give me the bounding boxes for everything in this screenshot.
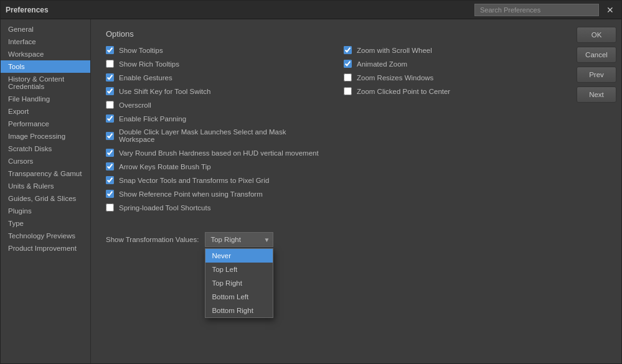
sidebar-item-workspace[interactable]: Workspace [1, 48, 90, 60]
left-checkbox-label-5[interactable]: Enable Flick Panning [119, 115, 186, 123]
right-checkbox-label-3[interactable]: Zoom Clicked Point to Center [357, 88, 450, 95]
left-checkbox-row-11: Spring-loaded Tool Shortcuts [106, 203, 319, 212]
dropdown-item-4[interactable]: Bottom Right [205, 304, 273, 317]
left-checkbox-3[interactable] [106, 87, 114, 95]
sidebar-item-interface[interactable]: Interface [1, 35, 90, 48]
transform-dropdown-popup: NeverTop LeftTop RightBottom LeftBottom … [205, 248, 273, 318]
sidebar-item-tools[interactable]: Tools [1, 60, 90, 73]
sidebar-item-units---rulers[interactable]: Units & Rulers [1, 180, 90, 192]
right-checkbox-label-1[interactable]: Animated Zoom [357, 60, 407, 68]
sidebar-item-transparency---gamut[interactable]: Transparency & Gamut [1, 167, 90, 180]
left-checkbox-row-0: Show Tooltips [106, 46, 319, 54]
right-checkbox-row-3: Zoom Clicked Point to Center [344, 87, 557, 95]
left-checkbox-label-6[interactable]: Double Click Layer Mask Launches Select … [119, 128, 319, 143]
right-column: Zoom with Scroll WheelAnimated ZoomZoom … [344, 46, 557, 217]
next-button[interactable]: Next [577, 86, 616, 103]
left-checkbox-7[interactable] [106, 149, 114, 157]
left-checkbox-row-1: Show Rich Tooltips [106, 60, 319, 68]
left-checkbox-8[interactable] [106, 162, 114, 170]
transform-dropdown[interactable]: Top Right ▼ [205, 232, 273, 247]
sidebar-item-type[interactable]: Type [1, 217, 90, 230]
left-checkbox-row-6: Double Click Layer Mask Launches Select … [106, 128, 319, 143]
right-checkbox-label-0[interactable]: Zoom with Scroll Wheel [357, 47, 432, 54]
right-checkbox-2[interactable] [344, 73, 352, 82]
sidebar-item-scratch-disks[interactable]: Scratch Disks [1, 142, 90, 155]
left-checkbox-row-2: Enable Gestures [106, 73, 319, 82]
left-checkbox-label-7[interactable]: Vary Round Brush Hardness based on HUD v… [119, 149, 319, 157]
transform-label: Show Transformation Values: [106, 236, 199, 243]
options-columns: Show TooltipsShow Rich TooltipsEnable Ge… [106, 46, 557, 217]
sidebar-item-guides--grid---slices[interactable]: Guides, Grid & Slices [1, 192, 90, 205]
right-checkbox-3[interactable] [344, 87, 352, 95]
left-checkbox-11[interactable] [106, 203, 114, 212]
left-column: Show TooltipsShow Rich TooltipsEnable Ge… [106, 46, 319, 217]
left-checkbox-10[interactable] [106, 190, 114, 198]
left-checkbox-row-9: Snap Vector Tools and Transforms to Pixe… [106, 176, 319, 184]
sidebar-item-file-handling[interactable]: File Handling [1, 93, 90, 105]
dropdown-item-1[interactable]: Top Left [205, 263, 273, 276]
sidebar-item-history---content-credentials[interactable]: History & Content Credentials [1, 73, 90, 93]
left-checkbox-label-9[interactable]: Snap Vector Tools and Transforms to Pixe… [119, 177, 269, 184]
left-checkbox-row-7: Vary Round Brush Hardness based on HUD v… [106, 149, 319, 157]
sidebar-item-technology-previews[interactable]: Technology Previews [1, 230, 90, 242]
title-bar: Preferences ✕ [1, 1, 621, 19]
left-checkbox-row-3: Use Shift Key for Tool Switch [106, 87, 319, 95]
right-checkbox-1[interactable] [344, 60, 352, 68]
sidebar-item-performance[interactable]: Performance [1, 118, 90, 130]
left-checkbox-row-8: Arrow Keys Rotate Brush Tip [106, 162, 319, 170]
ok-button[interactable]: OK [577, 27, 616, 43]
left-checkbox-row-10: Show Reference Point when using Transfor… [106, 190, 319, 198]
transform-dropdown-wrapper: Top Right ▼ NeverTop LeftTop RightBottom… [205, 232, 273, 247]
left-checkbox-label-2[interactable]: Enable Gestures [119, 74, 172, 82]
dropdown-item-3[interactable]: Bottom Left [205, 290, 273, 304]
left-checkbox-6[interactable] [106, 132, 114, 140]
sidebar-item-image-processing[interactable]: Image Processing [1, 130, 90, 142]
prev-button[interactable]: Prev [577, 67, 616, 83]
window-title: Preferences [6, 6, 49, 14]
left-checkbox-label-8[interactable]: Arrow Keys Rotate Brush Tip [119, 163, 211, 170]
left-checkbox-1[interactable] [106, 60, 114, 68]
options-title: Options [106, 29, 557, 39]
left-checkbox-2[interactable] [106, 73, 114, 82]
sidebar-item-cursors[interactable]: Cursors [1, 155, 90, 167]
sidebar-item-export[interactable]: Export [1, 105, 90, 118]
sidebar-item-product-improvement[interactable]: Product Improvement [1, 242, 90, 254]
left-checkbox-label-0[interactable]: Show Tooltips [119, 47, 163, 54]
cancel-button[interactable]: Cancel [577, 47, 616, 63]
right-checkbox-row-2: Zoom Resizes Windows [344, 73, 557, 82]
left-checkbox-row-4: Overscroll [106, 101, 319, 109]
preferences-window: Preferences ✕ GeneralInterfaceWorkspaceT… [0, 0, 622, 364]
search-input[interactable] [474, 4, 599, 16]
dropdown-arrow-icon: ▼ [263, 236, 270, 243]
transform-selected-value: Top Right [210, 236, 241, 243]
sidebar: GeneralInterfaceWorkspaceToolsHistory & … [1, 19, 91, 363]
sidebar-item-general[interactable]: General [1, 23, 90, 35]
dropdown-item-0[interactable]: Never [205, 249, 273, 263]
right-checkbox-0[interactable] [344, 46, 352, 54]
left-checkbox-row-5: Enable Flick Panning [106, 114, 319, 123]
transform-row: Show Transformation Values: Top Right ▼ … [106, 232, 557, 247]
right-checkbox-label-2[interactable]: Zoom Resizes Windows [357, 74, 433, 82]
left-checkbox-label-4[interactable]: Overscroll [119, 101, 151, 109]
close-button[interactable]: ✕ [604, 5, 616, 15]
left-checkbox-4[interactable] [106, 101, 114, 109]
right-checkbox-row-0: Zoom with Scroll Wheel [344, 46, 557, 54]
title-bar-right: ✕ [474, 4, 616, 16]
main-area: GeneralInterfaceWorkspaceToolsHistory & … [1, 19, 621, 363]
right-panel: OK Cancel Prev Next [572, 19, 621, 363]
content-area: Options Show TooltipsShow Rich TooltipsE… [91, 19, 572, 363]
left-checkbox-9[interactable] [106, 176, 114, 184]
left-checkbox-label-1[interactable]: Show Rich Tooltips [119, 60, 179, 68]
left-checkbox-label-10[interactable]: Show Reference Point when using Transfor… [119, 190, 263, 198]
left-checkbox-label-3[interactable]: Use Shift Key for Tool Switch [119, 88, 210, 95]
sidebar-item-plugins[interactable]: Plugins [1, 205, 90, 217]
right-checkbox-row-1: Animated Zoom [344, 60, 557, 68]
left-checkbox-0[interactable] [106, 46, 114, 54]
left-checkbox-5[interactable] [106, 114, 114, 123]
dropdown-item-2[interactable]: Top Right [205, 276, 273, 290]
left-checkbox-label-11[interactable]: Spring-loaded Tool Shortcuts [119, 204, 210, 212]
